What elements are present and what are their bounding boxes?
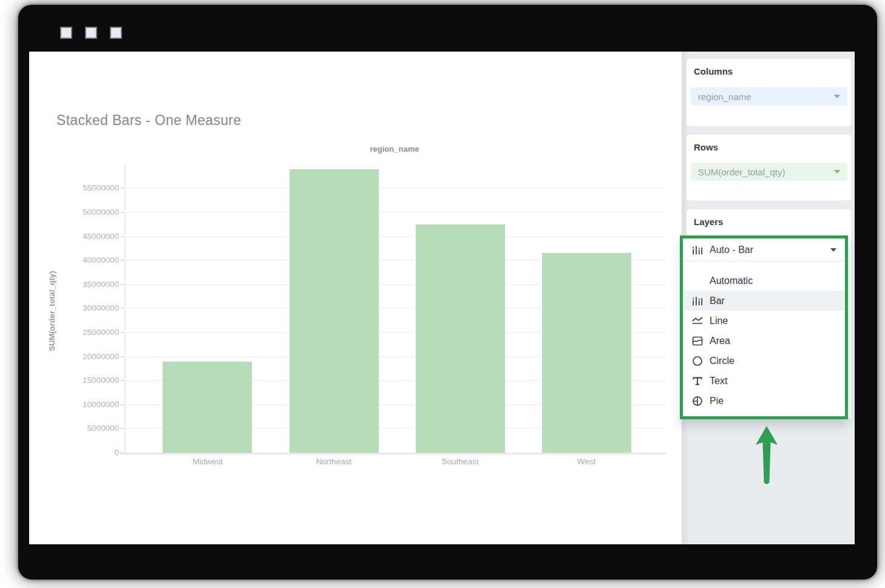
pie-chart-icon [691, 395, 704, 407]
x-category-label: Midwest [159, 457, 256, 466]
chevron-down-icon [830, 248, 836, 252]
rows-card: Rows SUM(order_total_qty) [687, 135, 851, 200]
chevron-down-icon [834, 95, 840, 98]
x-category-label: West [538, 457, 635, 466]
y-tick-label: 30000000 [64, 303, 119, 313]
y-axis-tick [120, 308, 124, 309]
bar-west[interactable] [542, 253, 631, 453]
bar-northeast[interactable] [290, 169, 379, 453]
layer-type-dropdown-value: Auto - Bar [710, 245, 830, 255]
y-axis-tick [120, 212, 124, 213]
menu-item-automatic[interactable]: Automatic [683, 271, 845, 291]
menu-item-area[interactable]: Area [683, 331, 845, 351]
y-tick-label: 35000000 [64, 280, 119, 289]
y-axis-title: SUM(order_total_qty) [47, 196, 56, 427]
y-axis-tick [120, 404, 124, 405]
gridline [124, 212, 665, 213]
y-tick-label: 5000000 [64, 424, 119, 433]
columns-field-pill[interactable]: region_name [691, 87, 847, 106]
y-tick-label: 40000000 [64, 255, 119, 265]
text-chart-icon [691, 375, 704, 387]
x-category-label: Southeast [412, 457, 509, 466]
circle-chart-icon [691, 355, 704, 367]
bar-midwest[interactable] [163, 362, 252, 453]
x-axis-title: region_name [273, 144, 516, 154]
app-window: Stacked Bars - One Measure region_name S… [18, 5, 877, 580]
gridline [124, 188, 665, 189]
menu-item-bar[interactable]: Bar [683, 291, 845, 311]
menu-item-line[interactable]: Line [683, 311, 845, 331]
rows-field-label: SUM(order_total_qty) [698, 167, 834, 177]
layer-type-dropdown[interactable]: Auto - Bar [683, 238, 845, 262]
window-button-2[interactable] [85, 27, 97, 39]
y-tick-label: 55000000 [64, 183, 119, 192]
y-axis-tick [120, 428, 124, 429]
y-tick-label: 0 [64, 448, 119, 457]
rows-header: Rows [694, 142, 718, 152]
y-tick-label: 10000000 [64, 400, 119, 409]
rows-field-pill[interactable]: SUM(order_total_qty) [691, 163, 847, 181]
y-axis-tick [120, 380, 124, 381]
title-bar [18, 5, 877, 52]
chart-title: Stacked Bars - One Measure [56, 112, 241, 129]
y-axis-tick [120, 452, 124, 453]
gridline [124, 236, 665, 237]
window-button-3[interactable] [110, 27, 122, 39]
y-tick-label: 25000000 [64, 328, 119, 337]
bar-southeast[interactable] [416, 225, 505, 453]
line-chart-icon [691, 315, 704, 327]
menu-item-pie[interactable]: Pie [683, 391, 845, 411]
columns-header: Columns [694, 66, 733, 76]
layer-type-dropdown-highlight: Auto - Bar Automatic B [680, 235, 848, 419]
area-chart-icon [691, 335, 704, 347]
annotation-arrow-up [756, 426, 778, 487]
bar-chart-icon [691, 244, 704, 256]
layer-type-menu: Automatic Bar [683, 262, 845, 416]
y-tick-label: 50000000 [64, 208, 119, 217]
chevron-down-icon [834, 170, 840, 174]
bar-chart-icon [691, 295, 704, 307]
y-tick-label: 15000000 [64, 376, 119, 385]
main-content: Stacked Bars - One Measure region_name S… [29, 52, 855, 544]
x-category-label: Northeast [285, 457, 382, 466]
y-axis-tick [120, 236, 124, 237]
menu-item-circle[interactable]: Circle [683, 351, 845, 371]
y-axis-tick [120, 356, 124, 357]
menu-item-text[interactable]: Text [683, 371, 845, 391]
y-tick-label: 20000000 [64, 352, 119, 361]
y-tick-label: 45000000 [64, 232, 119, 241]
window-button-1[interactable] [60, 27, 72, 39]
x-axis-line [120, 453, 666, 455]
y-axis-tick [120, 284, 124, 285]
columns-card: Columns region_name [687, 59, 851, 126]
layers-header: Layers [694, 217, 723, 227]
y-axis-tick [120, 332, 124, 333]
columns-field-label: region_name [698, 92, 834, 102]
y-axis-tick [120, 188, 124, 189]
y-axis-tick [120, 260, 124, 261]
